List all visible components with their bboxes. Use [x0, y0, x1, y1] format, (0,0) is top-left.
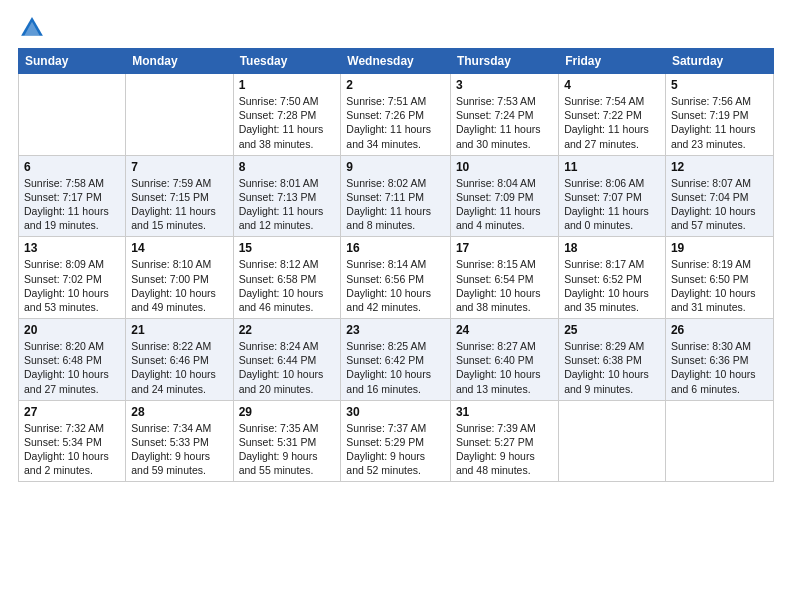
day-info: Sunrise: 7:59 AM Sunset: 7:15 PM Dayligh… [131, 176, 227, 233]
page-header [18, 10, 774, 42]
day-number: 13 [24, 241, 120, 255]
calendar-cell: 5Sunrise: 7:56 AM Sunset: 7:19 PM Daylig… [665, 74, 773, 156]
day-number: 17 [456, 241, 553, 255]
calendar-cell: 23Sunrise: 8:25 AM Sunset: 6:42 PM Dayli… [341, 319, 451, 401]
calendar-cell: 18Sunrise: 8:17 AM Sunset: 6:52 PM Dayli… [559, 237, 666, 319]
calendar-cell: 28Sunrise: 7:34 AM Sunset: 5:33 PM Dayli… [126, 400, 233, 482]
weekday-header-friday: Friday [559, 49, 666, 74]
calendar-cell: 24Sunrise: 8:27 AM Sunset: 6:40 PM Dayli… [450, 319, 558, 401]
day-info: Sunrise: 8:04 AM Sunset: 7:09 PM Dayligh… [456, 176, 553, 233]
calendar-cell: 6Sunrise: 7:58 AM Sunset: 7:17 PM Daylig… [19, 155, 126, 237]
calendar-cell: 30Sunrise: 7:37 AM Sunset: 5:29 PM Dayli… [341, 400, 451, 482]
calendar-cell: 19Sunrise: 8:19 AM Sunset: 6:50 PM Dayli… [665, 237, 773, 319]
day-number: 26 [671, 323, 768, 337]
day-number: 4 [564, 78, 660, 92]
day-number: 31 [456, 405, 553, 419]
day-number: 19 [671, 241, 768, 255]
calendar-cell: 15Sunrise: 8:12 AM Sunset: 6:58 PM Dayli… [233, 237, 341, 319]
calendar-week-row: 13Sunrise: 8:09 AM Sunset: 7:02 PM Dayli… [19, 237, 774, 319]
day-info: Sunrise: 7:58 AM Sunset: 7:17 PM Dayligh… [24, 176, 120, 233]
calendar-cell [126, 74, 233, 156]
day-info: Sunrise: 8:22 AM Sunset: 6:46 PM Dayligh… [131, 339, 227, 396]
day-number: 18 [564, 241, 660, 255]
day-info: Sunrise: 7:51 AM Sunset: 7:26 PM Dayligh… [346, 94, 445, 151]
calendar-cell [19, 74, 126, 156]
day-number: 7 [131, 160, 227, 174]
day-info: Sunrise: 8:19 AM Sunset: 6:50 PM Dayligh… [671, 257, 768, 314]
day-info: Sunrise: 8:29 AM Sunset: 6:38 PM Dayligh… [564, 339, 660, 396]
calendar-cell: 2Sunrise: 7:51 AM Sunset: 7:26 PM Daylig… [341, 74, 451, 156]
day-number: 1 [239, 78, 336, 92]
day-number: 3 [456, 78, 553, 92]
weekday-header-tuesday: Tuesday [233, 49, 341, 74]
day-info: Sunrise: 8:27 AM Sunset: 6:40 PM Dayligh… [456, 339, 553, 396]
day-info: Sunrise: 8:09 AM Sunset: 7:02 PM Dayligh… [24, 257, 120, 314]
day-info: Sunrise: 7:56 AM Sunset: 7:19 PM Dayligh… [671, 94, 768, 151]
day-number: 27 [24, 405, 120, 419]
day-number: 21 [131, 323, 227, 337]
calendar-header-row: SundayMondayTuesdayWednesdayThursdayFrid… [19, 49, 774, 74]
day-number: 2 [346, 78, 445, 92]
day-number: 5 [671, 78, 768, 92]
day-number: 6 [24, 160, 120, 174]
day-info: Sunrise: 8:15 AM Sunset: 6:54 PM Dayligh… [456, 257, 553, 314]
calendar-week-row: 20Sunrise: 8:20 AM Sunset: 6:48 PM Dayli… [19, 319, 774, 401]
day-number: 14 [131, 241, 227, 255]
weekday-header-monday: Monday [126, 49, 233, 74]
day-number: 11 [564, 160, 660, 174]
day-number: 8 [239, 160, 336, 174]
logo [18, 14, 48, 42]
calendar-cell: 1Sunrise: 7:50 AM Sunset: 7:28 PM Daylig… [233, 74, 341, 156]
day-number: 29 [239, 405, 336, 419]
weekday-header-thursday: Thursday [450, 49, 558, 74]
day-info: Sunrise: 8:25 AM Sunset: 6:42 PM Dayligh… [346, 339, 445, 396]
logo-icon [18, 14, 46, 42]
calendar-cell: 12Sunrise: 8:07 AM Sunset: 7:04 PM Dayli… [665, 155, 773, 237]
calendar-cell: 3Sunrise: 7:53 AM Sunset: 7:24 PM Daylig… [450, 74, 558, 156]
calendar-cell: 26Sunrise: 8:30 AM Sunset: 6:36 PM Dayli… [665, 319, 773, 401]
day-info: Sunrise: 8:06 AM Sunset: 7:07 PM Dayligh… [564, 176, 660, 233]
day-info: Sunrise: 7:34 AM Sunset: 5:33 PM Dayligh… [131, 421, 227, 478]
day-info: Sunrise: 7:54 AM Sunset: 7:22 PM Dayligh… [564, 94, 660, 151]
calendar-cell: 27Sunrise: 7:32 AM Sunset: 5:34 PM Dayli… [19, 400, 126, 482]
day-number: 15 [239, 241, 336, 255]
calendar-cell: 17Sunrise: 8:15 AM Sunset: 6:54 PM Dayli… [450, 237, 558, 319]
day-info: Sunrise: 7:53 AM Sunset: 7:24 PM Dayligh… [456, 94, 553, 151]
day-info: Sunrise: 8:10 AM Sunset: 7:00 PM Dayligh… [131, 257, 227, 314]
calendar-cell: 10Sunrise: 8:04 AM Sunset: 7:09 PM Dayli… [450, 155, 558, 237]
calendar-cell: 14Sunrise: 8:10 AM Sunset: 7:00 PM Dayli… [126, 237, 233, 319]
calendar-cell: 25Sunrise: 8:29 AM Sunset: 6:38 PM Dayli… [559, 319, 666, 401]
day-info: Sunrise: 8:30 AM Sunset: 6:36 PM Dayligh… [671, 339, 768, 396]
day-info: Sunrise: 8:12 AM Sunset: 6:58 PM Dayligh… [239, 257, 336, 314]
weekday-header-sunday: Sunday [19, 49, 126, 74]
day-info: Sunrise: 8:14 AM Sunset: 6:56 PM Dayligh… [346, 257, 445, 314]
day-info: Sunrise: 8:20 AM Sunset: 6:48 PM Dayligh… [24, 339, 120, 396]
calendar-cell: 8Sunrise: 8:01 AM Sunset: 7:13 PM Daylig… [233, 155, 341, 237]
day-info: Sunrise: 7:50 AM Sunset: 7:28 PM Dayligh… [239, 94, 336, 151]
calendar-cell: 13Sunrise: 8:09 AM Sunset: 7:02 PM Dayli… [19, 237, 126, 319]
day-number: 22 [239, 323, 336, 337]
day-info: Sunrise: 7:39 AM Sunset: 5:27 PM Dayligh… [456, 421, 553, 478]
weekday-header-wednesday: Wednesday [341, 49, 451, 74]
calendar-cell: 22Sunrise: 8:24 AM Sunset: 6:44 PM Dayli… [233, 319, 341, 401]
day-number: 9 [346, 160, 445, 174]
day-info: Sunrise: 8:17 AM Sunset: 6:52 PM Dayligh… [564, 257, 660, 314]
day-number: 12 [671, 160, 768, 174]
calendar-cell: 20Sunrise: 8:20 AM Sunset: 6:48 PM Dayli… [19, 319, 126, 401]
calendar-cell: 29Sunrise: 7:35 AM Sunset: 5:31 PM Dayli… [233, 400, 341, 482]
calendar-cell [665, 400, 773, 482]
calendar-cell: 7Sunrise: 7:59 AM Sunset: 7:15 PM Daylig… [126, 155, 233, 237]
calendar-table: SundayMondayTuesdayWednesdayThursdayFrid… [18, 48, 774, 482]
weekday-header-saturday: Saturday [665, 49, 773, 74]
calendar-cell: 21Sunrise: 8:22 AM Sunset: 6:46 PM Dayli… [126, 319, 233, 401]
day-number: 10 [456, 160, 553, 174]
day-info: Sunrise: 8:07 AM Sunset: 7:04 PM Dayligh… [671, 176, 768, 233]
calendar-week-row: 27Sunrise: 7:32 AM Sunset: 5:34 PM Dayli… [19, 400, 774, 482]
calendar-cell: 31Sunrise: 7:39 AM Sunset: 5:27 PM Dayli… [450, 400, 558, 482]
day-info: Sunrise: 8:01 AM Sunset: 7:13 PM Dayligh… [239, 176, 336, 233]
calendar-cell: 9Sunrise: 8:02 AM Sunset: 7:11 PM Daylig… [341, 155, 451, 237]
calendar-cell: 16Sunrise: 8:14 AM Sunset: 6:56 PM Dayli… [341, 237, 451, 319]
calendar-cell: 11Sunrise: 8:06 AM Sunset: 7:07 PM Dayli… [559, 155, 666, 237]
calendar-week-row: 1Sunrise: 7:50 AM Sunset: 7:28 PM Daylig… [19, 74, 774, 156]
calendar-week-row: 6Sunrise: 7:58 AM Sunset: 7:17 PM Daylig… [19, 155, 774, 237]
